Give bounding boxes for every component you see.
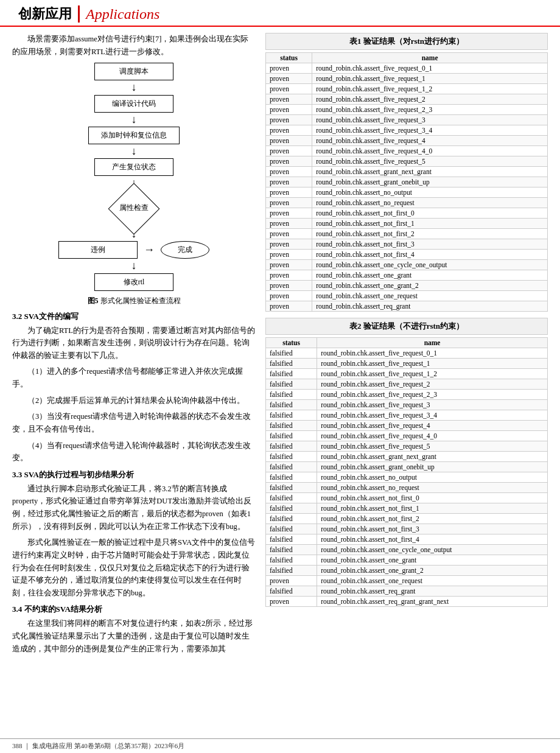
section34-heading: 3.4 不约束的SVA结果分析	[12, 604, 256, 615]
table1-name-cell: round_robin.chk.assert_five_request_1_2	[312, 84, 548, 94]
table2-status-cell: falsified	[266, 514, 317, 524]
table2-name-cell: round_robin.chk.assert_one_cycle_one_out…	[317, 545, 548, 555]
table-row: provenround_robin.chk.assert_five_reques…	[266, 146, 548, 156]
section32-item3: （3）当没有request请求信号进入时轮询仲裁器的状态不会发生改变，且不会有信…	[12, 410, 256, 435]
table2-name-cell: round_robin.chk.assert_five_request_1	[317, 359, 548, 369]
table-row: provenround_robin.chk.assert_req_grant_g…	[266, 597, 548, 607]
table2-status-cell: falsified	[266, 359, 317, 369]
table2-name-cell: round_robin.chk.assert_not_first_0	[317, 493, 548, 503]
table2-status-cell: falsified	[266, 462, 317, 472]
flow-node-fix: 修改rtl	[94, 273, 173, 291]
table-row: falsifiedround_robin.chk.assert_not_firs…	[266, 493, 548, 503]
table2-status-cell: falsified	[266, 348, 317, 359]
table2-status-cell: falsified	[266, 493, 317, 503]
section32-heading: 3.2 SVA文件的编写	[12, 311, 256, 322]
section32-item2: （2）完成握手后运算单元的计算结果会从轮询仲裁器中传出。	[12, 394, 256, 407]
table1-status-cell: proven	[266, 94, 312, 105]
section34-text: 在这里我们将同样的断言不对复位进行约束，如表2所示，经过形式化属性验证结果显示出…	[12, 617, 256, 655]
table-row: provenround_robin.chk.assert_req_grant	[266, 301, 548, 312]
fig-title: 形式化属性验证检查流程	[100, 296, 181, 305]
table-row: falsifiedround_robin.chk.assert_five_req…	[266, 369, 548, 379]
flow-node-scheduler: 调度脚本	[94, 63, 173, 80]
table-row: provenround_robin.chk.assert_one_request	[266, 576, 548, 586]
header-cn-title: 创新应用	[18, 5, 72, 23]
table-row: falsifiedround_robin.chk.assert_one_gran…	[266, 555, 548, 566]
table2-name-cell: round_robin.chk.assert_five_request_3	[317, 400, 548, 410]
table-row: provenround_robin.chk.assert_not_first_2	[266, 229, 548, 239]
table2-status-cell: falsified	[266, 410, 317, 421]
table2-status-cell: proven	[266, 597, 317, 607]
table1-status-cell: proven	[266, 74, 312, 84]
table-row: falsifiedround_robin.chk.assert_five_req…	[266, 441, 548, 452]
table-row: falsifiedround_robin.chk.assert_grant_ne…	[266, 452, 548, 462]
table-row: provenround_robin.chk.assert_five_reques…	[266, 156, 548, 167]
table2-status-cell: falsified	[266, 390, 317, 400]
table-row: provenround_robin.chk.assert_not_first_4	[266, 250, 548, 260]
table1-status-cell: proven	[266, 136, 312, 146]
table-row: provenround_robin.chk.assert_five_reques…	[266, 115, 548, 125]
flow-node-violation: 违例	[58, 241, 138, 259]
table2-status-cell: falsified	[266, 534, 317, 545]
table2-name-cell: round_robin.chk.assert_no_request	[317, 483, 548, 493]
section32-text1: 为了确定RTL的行为是否符合预期，需要通过断言对其内部信号的行为进行判断，如果断…	[12, 324, 256, 362]
table1-name-cell: round_robin.chk.assert_grant_next_grant	[312, 167, 548, 177]
table1-name-cell: round_robin.chk.assert_one_cycle_one_out…	[312, 260, 548, 270]
table-row: falsifiedround_robin.chk.assert_five_req…	[266, 431, 548, 441]
table-row: falsifiedround_robin.chk.assert_not_firs…	[266, 503, 548, 514]
table1-name-cell: round_robin.chk.assert_five_request_4_0	[312, 146, 548, 156]
arrow-1: ↓	[131, 80, 137, 94]
table1-header-row: status name	[266, 53, 548, 63]
table-row: falsifiedround_robin.chk.assert_grant_on…	[266, 462, 548, 472]
table-row: falsifiedround_robin.chk.assert_not_firs…	[266, 524, 548, 534]
table2-status-cell: falsified	[266, 421, 317, 431]
table2-status-cell: falsified	[266, 441, 317, 452]
table1-status-cell: proven	[266, 281, 312, 291]
table-row: provenround_robin.chk.assert_grant_next_…	[266, 167, 548, 177]
table1-name-cell: round_robin.chk.assert_not_first_4	[312, 250, 548, 260]
table2-name-cell: round_robin.chk.assert_not_first_2	[317, 514, 548, 524]
flow-node-clock: 添加时钟和复位信息	[88, 127, 180, 144]
table1-name-cell: round_robin.chk.assert_five_request_0_1	[312, 63, 548, 74]
table1: status name provenround_robin.chk.assert…	[265, 52, 548, 312]
table2-status-cell: falsified	[266, 524, 317, 534]
table1-name-cell: round_robin.chk.assert_five_request_2_3	[312, 105, 548, 115]
table1-name-cell: round_robin.chk.assert_no_request	[312, 198, 548, 208]
header-en-title: Applications	[86, 6, 159, 23]
table-row: provenround_robin.chk.assert_five_reques…	[266, 63, 548, 74]
table-row: provenround_robin.chk.assert_one_cycle_o…	[266, 260, 548, 270]
table2-name-cell: round_robin.chk.assert_not_first_3	[317, 524, 548, 534]
table1-name-cell: round_robin.chk.assert_req_grant	[312, 301, 548, 312]
header-bar: 创新应用 Applications	[0, 0, 560, 27]
table-row: falsifiedround_robin.chk.assert_req_gran…	[266, 586, 548, 597]
table1-name-cell: round_robin.chk.assert_no_output	[312, 187, 548, 198]
table1-status-cell: proven	[266, 105, 312, 115]
section32-item4: （4）当有request请求信号进入轮询仲裁器时，其轮询状态发生改变。	[12, 440, 256, 464]
table-row: falsifiedround_robin.chk.assert_one_cycl…	[266, 545, 548, 555]
flow-caption: 图5 形式化属性验证检查流程	[12, 296, 256, 306]
table2-title: 表2 验证结果（不进行rstn约束）	[265, 318, 548, 335]
table-row: provenround_robin.chk.assert_five_reques…	[266, 84, 548, 94]
table2-header-row: status name	[266, 338, 548, 348]
table1-name-cell: round_robin.chk.assert_not_first_0	[312, 208, 548, 219]
table2-status-cell: falsified	[266, 472, 317, 483]
table1-status-cell: proven	[266, 156, 312, 167]
flow-node-reset: 产生复位状态	[94, 158, 173, 176]
table1-status-cell: proven	[266, 229, 312, 239]
table1-title: 表1 验证结果（对rstn进行约束）	[265, 33, 548, 50]
table1-status-cell: proven	[266, 63, 312, 74]
table1-name-cell: round_robin.chk.assert_not_first_2	[312, 229, 548, 239]
table2-status-cell: falsified	[266, 369, 317, 379]
table2-name-cell: round_robin.chk.assert_grant_onebit_up	[317, 462, 548, 472]
section33-text2: 形式化属性验证在一般的验证过程中是只将SVA文件中的复位信号进行约束再定义时钟，…	[12, 536, 256, 599]
table1-name-cell: round_robin.chk.assert_five_request_5	[312, 156, 548, 167]
table2-name-cell: round_robin.chk.assert_no_output	[317, 472, 548, 483]
table-row: provenround_robin.chk.assert_one_request	[266, 291, 548, 301]
table1-status-cell: proven	[266, 270, 312, 281]
right-arrow: →	[144, 243, 155, 256]
page-footer: 388 ｜ 集成电路应用 第40卷第6期（总第357期）2023年6月	[0, 738, 560, 753]
table2-status-cell: falsified	[266, 452, 317, 462]
table1-status-cell: proven	[266, 167, 312, 177]
flow-node-compile: 编译设计代码	[94, 95, 173, 113]
table2-name-cell: round_robin.chk.assert_one_request	[317, 576, 548, 586]
table-row: provenround_robin.chk.assert_five_reques…	[266, 74, 548, 84]
